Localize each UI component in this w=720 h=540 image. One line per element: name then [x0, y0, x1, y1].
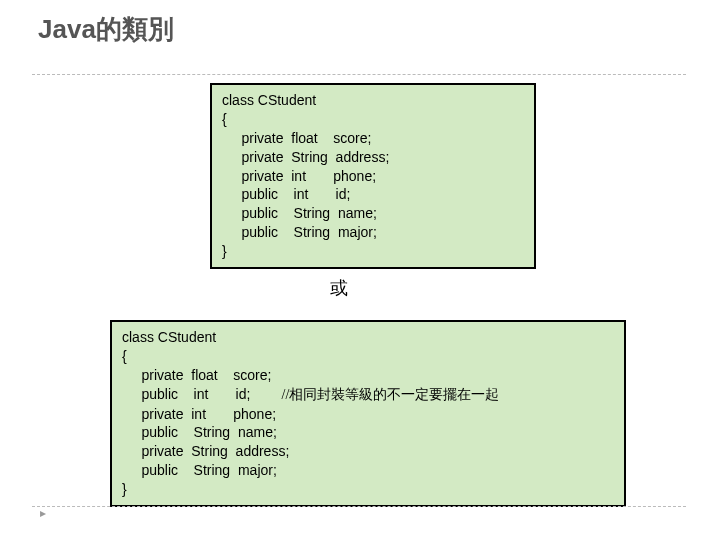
code-box-2: class CStudent { private float score; pu…: [110, 320, 626, 507]
code-line: public String name;: [122, 424, 277, 440]
code-line: private int phone;: [222, 168, 376, 184]
code-line: public int id;: [122, 386, 282, 402]
dashed-divider-bottom: [32, 506, 686, 507]
code-line: {: [222, 111, 227, 127]
code-box-1: class CStudent { private float score; pr…: [210, 83, 536, 269]
code-line: }: [222, 243, 227, 259]
code-line: public int id;: [222, 186, 350, 202]
bullet-marker: ▸: [40, 506, 46, 520]
code-line: class CStudent: [222, 92, 316, 108]
dashed-divider-top: [32, 74, 686, 75]
code-line: private String address;: [222, 149, 389, 165]
page-title: Java的類別: [38, 12, 174, 47]
code-line: public String name;: [222, 205, 377, 221]
code-line: private float score;: [222, 130, 371, 146]
code-line: {: [122, 348, 127, 364]
separator-text: 或: [330, 276, 348, 300]
code-line: private String address;: [122, 443, 289, 459]
code-line: }: [122, 481, 127, 497]
code-line: public String major;: [222, 224, 377, 240]
code-line: public String major;: [122, 462, 277, 478]
code-line: private float score;: [122, 367, 271, 383]
code-line: class CStudent: [122, 329, 216, 345]
code-line: private int phone;: [122, 406, 276, 422]
code-comment: //相同封裝等級的不一定要擺在一起: [282, 387, 500, 402]
